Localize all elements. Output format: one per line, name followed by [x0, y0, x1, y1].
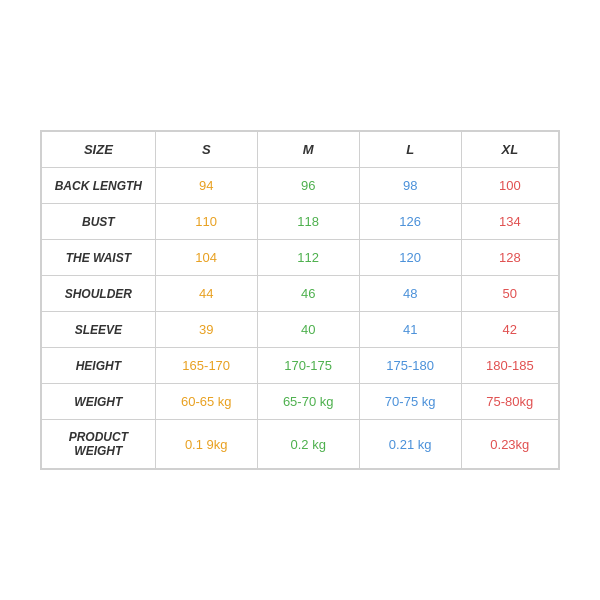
row-xl-value: 128	[461, 240, 558, 276]
row-m-value: 65-70 kg	[257, 384, 359, 420]
row-l-value: 175-180	[359, 348, 461, 384]
table-row: HEIGHT165-170170-175175-180180-185	[42, 348, 559, 384]
size-chart-container: SIZE S M L XL BACK LENGTH949698100BUST11…	[40, 130, 560, 470]
row-l-value: 70-75 kg	[359, 384, 461, 420]
table-row: WEIGHT60-65 kg65-70 kg70-75 kg75-80kg	[42, 384, 559, 420]
row-xl-value: 75-80kg	[461, 384, 558, 420]
size-chart-table: SIZE S M L XL BACK LENGTH949698100BUST11…	[41, 131, 559, 469]
row-l-value: 98	[359, 168, 461, 204]
row-label: PRODUCT WEIGHT	[42, 420, 156, 469]
table-row: BUST110118126134	[42, 204, 559, 240]
row-s-value: 104	[155, 240, 257, 276]
row-m-value: 96	[257, 168, 359, 204]
row-s-value: 110	[155, 204, 257, 240]
row-s-value: 44	[155, 276, 257, 312]
size-header-label: SIZE	[42, 132, 156, 168]
table-header-row: SIZE S M L XL	[42, 132, 559, 168]
row-xl-value: 50	[461, 276, 558, 312]
row-l-value: 0.21 kg	[359, 420, 461, 469]
size-header-l: L	[359, 132, 461, 168]
row-s-value: 39	[155, 312, 257, 348]
row-m-value: 118	[257, 204, 359, 240]
row-s-value: 94	[155, 168, 257, 204]
size-header-s: S	[155, 132, 257, 168]
row-label: WEIGHT	[42, 384, 156, 420]
row-s-value: 165-170	[155, 348, 257, 384]
row-l-value: 41	[359, 312, 461, 348]
row-label: BACK LENGTH	[42, 168, 156, 204]
row-m-value: 112	[257, 240, 359, 276]
row-m-value: 40	[257, 312, 359, 348]
table-row: SLEEVE39404142	[42, 312, 559, 348]
row-m-value: 46	[257, 276, 359, 312]
row-xl-value: 134	[461, 204, 558, 240]
row-xl-value: 180-185	[461, 348, 558, 384]
row-label: THE WAIST	[42, 240, 156, 276]
size-header-m: M	[257, 132, 359, 168]
row-xl-value: 100	[461, 168, 558, 204]
row-l-value: 126	[359, 204, 461, 240]
row-s-value: 0.1 9kg	[155, 420, 257, 469]
size-header-xl: XL	[461, 132, 558, 168]
table-row: PRODUCT WEIGHT0.1 9kg0.2 kg0.21 kg0.23kg	[42, 420, 559, 469]
row-l-value: 48	[359, 276, 461, 312]
table-row: BACK LENGTH949698100	[42, 168, 559, 204]
row-label: BUST	[42, 204, 156, 240]
row-l-value: 120	[359, 240, 461, 276]
row-label: SLEEVE	[42, 312, 156, 348]
row-m-value: 170-175	[257, 348, 359, 384]
row-label: HEIGHT	[42, 348, 156, 384]
table-row: THE WAIST104112120128	[42, 240, 559, 276]
row-m-value: 0.2 kg	[257, 420, 359, 469]
row-s-value: 60-65 kg	[155, 384, 257, 420]
row-xl-value: 42	[461, 312, 558, 348]
table-row: SHOULDER44464850	[42, 276, 559, 312]
row-label: SHOULDER	[42, 276, 156, 312]
row-xl-value: 0.23kg	[461, 420, 558, 469]
